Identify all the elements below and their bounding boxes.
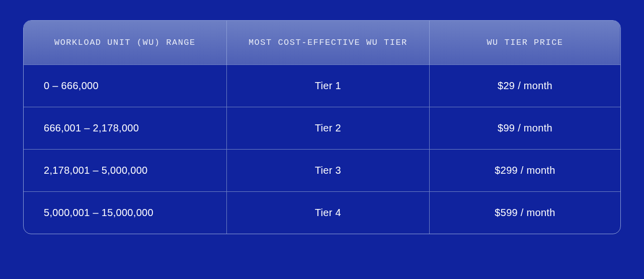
cell-price: $29 / month: [429, 65, 620, 107]
cell-price: $99 / month: [429, 107, 620, 150]
cell-tier: Tier 1: [226, 65, 429, 107]
pricing-table: WORKLOAD UNIT (WU) RANGE MOST COST-EFFEC…: [24, 21, 620, 234]
table-header-row: WORKLOAD UNIT (WU) RANGE MOST COST-EFFEC…: [24, 21, 620, 65]
cell-price: $599 / month: [429, 192, 620, 234]
cell-range: 666,001 – 2,178,000: [24, 107, 226, 150]
cell-tier: Tier 3: [226, 150, 429, 192]
table-row: 0 – 666,000 Tier 1 $29 / month: [24, 65, 620, 107]
header-wu-tier: MOST COST-EFFECTIVE WU TIER: [226, 21, 429, 65]
cell-range: 5,000,001 – 15,000,000: [24, 192, 226, 234]
cell-tier: Tier 2: [226, 107, 429, 150]
header-wu-range: WORKLOAD UNIT (WU) RANGE: [24, 21, 226, 65]
cell-tier: Tier 4: [226, 192, 429, 234]
table-row: 2,178,001 – 5,000,000 Tier 3 $299 / mont…: [24, 150, 620, 192]
pricing-table-container: WORKLOAD UNIT (WU) RANGE MOST COST-EFFEC…: [23, 20, 621, 234]
cell-range: 2,178,001 – 5,000,000: [24, 150, 226, 192]
cell-range: 0 – 666,000: [24, 65, 226, 107]
table-row: 5,000,001 – 15,000,000 Tier 4 $599 / mon…: [24, 192, 620, 234]
table-row: 666,001 – 2,178,000 Tier 2 $99 / month: [24, 107, 620, 150]
header-wu-price: WU TIER PRICE: [429, 21, 620, 65]
cell-price: $299 / month: [429, 150, 620, 192]
